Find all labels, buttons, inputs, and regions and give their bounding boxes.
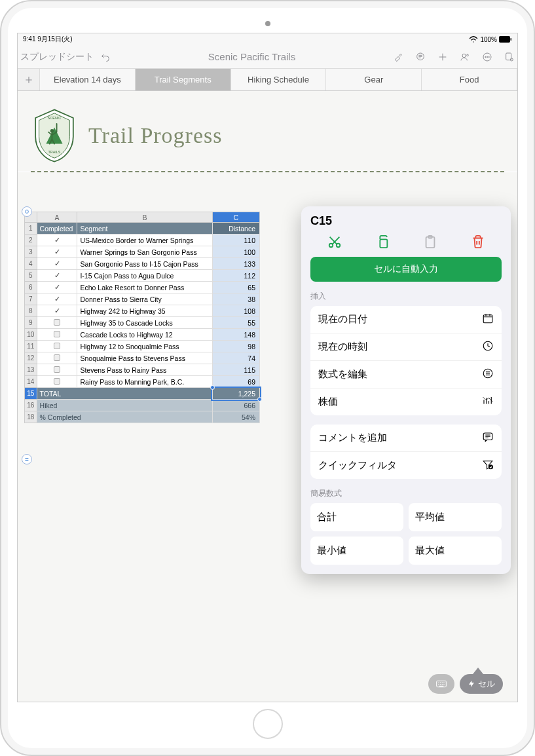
cut-icon[interactable] bbox=[326, 233, 343, 250]
cell-completed[interactable]: ✓ bbox=[37, 246, 77, 258]
comment-icon[interactable] bbox=[415, 52, 426, 62]
more-item-1[interactable]: クイックフィルタ bbox=[310, 452, 502, 479]
tab-elevation-14-days[interactable]: Elevation 14 days bbox=[40, 69, 136, 90]
col-header-a[interactable]: A bbox=[37, 212, 77, 223]
formula-section-label: 簡易数式 bbox=[310, 488, 502, 499]
cell-completed[interactable] bbox=[37, 341, 77, 352]
insert-item-1[interactable]: 現在の時刻 bbox=[310, 333, 502, 361]
cell-distance[interactable]: 69 bbox=[212, 376, 259, 388]
cell-segment[interactable]: Highway 35 to Cascade Locks bbox=[77, 317, 212, 329]
col-header-c[interactable]: C bbox=[212, 212, 259, 223]
cell-completed[interactable] bbox=[37, 329, 77, 341]
cell-distance[interactable]: 148 bbox=[212, 329, 259, 341]
more-icon[interactable] bbox=[482, 52, 492, 62]
delete-icon[interactable] bbox=[470, 233, 487, 250]
cell-segment[interactable]: Snoqualmie Pass to Stevens Pass bbox=[77, 352, 212, 364]
cell-segment[interactable]: Rainy Pass to Manning Park, B.C. bbox=[77, 376, 212, 388]
trail-logo-badge: SCENIC TRAILS bbox=[31, 107, 78, 164]
cell-distance[interactable]: 133 bbox=[212, 258, 259, 270]
cell-actions-popover: C15 セルに自動入力 挿入 現在の日付現在の時刻数式を編集株価 コメントを追加… bbox=[301, 206, 511, 574]
total-value[interactable]: 1,225 bbox=[212, 388, 259, 400]
keyboard-toggle[interactable] bbox=[428, 674, 454, 694]
cell-distance[interactable]: 74 bbox=[212, 352, 259, 364]
tab-trail-segments[interactable]: Trail Segments bbox=[136, 69, 231, 90]
collaborate-icon[interactable] bbox=[460, 52, 470, 62]
cell-completed[interactable]: ✓ bbox=[37, 282, 77, 293]
tab-food[interactable]: Food bbox=[422, 69, 517, 90]
undo-icon[interactable] bbox=[100, 52, 111, 62]
cell-completed[interactable]: ✓ bbox=[37, 258, 77, 270]
pct-value[interactable]: 54% bbox=[212, 411, 259, 423]
formula-3[interactable]: 最大値 bbox=[409, 537, 502, 565]
autofill-button[interactable]: セルに自動入力 bbox=[310, 257, 502, 282]
item-icon bbox=[482, 431, 494, 445]
cell-distance[interactable]: 98 bbox=[212, 341, 259, 352]
cell-mode-button[interactable]: セル bbox=[460, 674, 503, 694]
cell-completed[interactable]: ✓ bbox=[37, 270, 77, 282]
format-brush-icon[interactable] bbox=[393, 52, 403, 62]
inspector-icon[interactable] bbox=[504, 52, 515, 62]
cell-completed[interactable] bbox=[37, 376, 77, 388]
header-segment[interactable]: Segment bbox=[77, 223, 212, 235]
insert-item-0[interactable]: 現在の日付 bbox=[310, 306, 502, 333]
cell-completed[interactable] bbox=[37, 352, 77, 364]
svg-rect-17 bbox=[380, 239, 387, 248]
back-button[interactable]: スプレッドシート bbox=[20, 51, 94, 63]
cell-segment[interactable]: Echo Lake Resort to Donner Pass bbox=[77, 282, 212, 293]
cell-distance[interactable]: 100 bbox=[212, 246, 259, 258]
cell-completed[interactable]: ✓ bbox=[37, 305, 77, 317]
cell-completed[interactable] bbox=[37, 317, 77, 329]
battery-percent: 100% bbox=[480, 36, 497, 43]
cell-segment[interactable]: Stevens Pass to Rainy Pass bbox=[77, 364, 212, 376]
cell-distance[interactable]: 115 bbox=[212, 364, 259, 376]
cell-segment[interactable]: San Gorgonio Pass to I-15 Cajon Pass bbox=[77, 258, 212, 270]
add-sheet-button[interactable] bbox=[18, 69, 40, 90]
table-corner-handle[interactable] bbox=[22, 206, 32, 217]
cell-segment[interactable]: Warner Springs to San Gorgonio Pass bbox=[77, 246, 212, 258]
formula-2[interactable]: 最小値 bbox=[310, 537, 403, 565]
cell-segment[interactable]: Highway 242 to Highway 35 bbox=[77, 305, 212, 317]
home-button[interactable] bbox=[253, 709, 283, 739]
formula-0[interactable]: 合計 bbox=[310, 503, 403, 531]
insert-item-3[interactable]: 株価 bbox=[310, 388, 502, 415]
more-item-0[interactable]: コメントを追加 bbox=[310, 425, 502, 452]
cell-completed[interactable]: ✓ bbox=[37, 235, 77, 246]
cell-distance[interactable]: 112 bbox=[212, 270, 259, 282]
sheet-header: SCENIC TRAILS Trail Progress bbox=[18, 91, 517, 171]
cell-segment[interactable]: Highway 12 to Snoqualmie Pass bbox=[77, 341, 212, 352]
tab-hiking-schedule[interactable]: Hiking Schedule bbox=[231, 69, 327, 90]
header-completed[interactable]: Completed bbox=[37, 223, 77, 235]
ipad-frame: 9:41 9月15日(火) 100% スプレッドシート Scenic Pacif… bbox=[0, 0, 535, 756]
wifi-icon bbox=[469, 36, 478, 43]
svg-point-16 bbox=[336, 244, 340, 248]
paste-icon[interactable] bbox=[422, 233, 439, 250]
spreadsheet-table[interactable]: A B C 1 Completed Segment Distance 2✓US-… bbox=[24, 212, 260, 423]
cell-segment[interactable]: Cascade Locks to Highway 12 bbox=[77, 329, 212, 341]
insert-item-2[interactable]: 数式を編集 bbox=[310, 361, 502, 388]
formula-1[interactable]: 平均値 bbox=[409, 503, 502, 531]
total-label[interactable]: TOTAL bbox=[37, 388, 212, 400]
cell-segment[interactable]: Donner Pass to Sierra City bbox=[77, 293, 212, 305]
cell-distance[interactable]: 65 bbox=[212, 282, 259, 293]
cell-completed[interactable] bbox=[37, 364, 77, 376]
cell-distance[interactable]: 38 bbox=[212, 293, 259, 305]
tab-gear[interactable]: Gear bbox=[326, 69, 422, 90]
cell-completed[interactable]: ✓ bbox=[37, 293, 77, 305]
plus-icon[interactable] bbox=[437, 52, 448, 62]
cell-reference: C15 bbox=[310, 214, 502, 228]
cell-segment[interactable]: I-15 Cajon Pass to Agua Dulce bbox=[77, 270, 212, 282]
formula-handle[interactable]: = bbox=[22, 454, 32, 464]
cell-segment[interactable]: US-Mexico Border to Warner Springs bbox=[77, 235, 212, 246]
cell-distance[interactable]: 110 bbox=[212, 235, 259, 246]
header-distance[interactable]: Distance bbox=[212, 223, 259, 235]
screen: 9:41 9月15日(火) 100% スプレッドシート Scenic Pacif… bbox=[17, 33, 518, 702]
cell-distance[interactable]: 108 bbox=[212, 305, 259, 317]
cell-distance[interactable]: 55 bbox=[212, 317, 259, 329]
spreadsheet-area[interactable]: = A B C 1 Completed Segment Distanc bbox=[18, 172, 517, 702]
col-header-b[interactable]: B bbox=[77, 212, 212, 223]
hiked-value[interactable]: 666 bbox=[212, 400, 259, 411]
hiked-label[interactable]: Hiked bbox=[37, 400, 212, 411]
pct-label[interactable]: % Completed bbox=[37, 411, 212, 423]
copy-icon[interactable] bbox=[374, 233, 391, 250]
svg-point-6 bbox=[485, 56, 486, 57]
